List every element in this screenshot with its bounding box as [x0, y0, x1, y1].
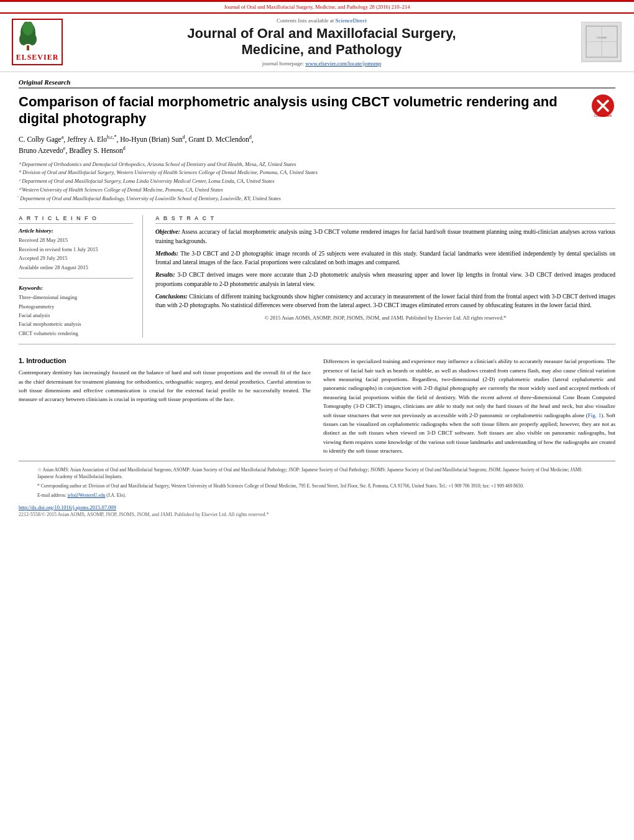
author1-sup: a: [62, 134, 64, 140]
methods-text: The 3-D CBCT and 2-D photographic image …: [155, 251, 615, 265]
keyword-5: CBCT volumetric rendering: [19, 329, 133, 338]
divider-2: [19, 344, 615, 344]
doi-link[interactable]: http://dx.doi.org/10.1016/j.ajoms.2015.0…: [19, 504, 116, 510]
footnotes: ☆ Asian AOMS: Asian Association of Oral …: [19, 461, 615, 499]
body-col-right: Differences in specialized training and …: [323, 357, 615, 460]
keyword-3: Facial analysis: [19, 311, 133, 320]
received-date: Received 28 May 2015: [19, 236, 133, 244]
journal-header: ELSEVIER Contents lists available at Sci…: [0, 12, 634, 72]
journal-header-center: Contents lists available at ScienceDirec…: [62, 17, 581, 67]
elsevier-wordmark: ELSEVIER: [16, 53, 59, 62]
received-revised-date: Received in revised form 1 July 2015: [19, 245, 133, 254]
intro-para2: Differences in specialized training and …: [323, 357, 615, 455]
elsevier-tree-icon: [16, 22, 40, 52]
journal-volume-info: Journal of Oral and Maxillofacial Surger…: [224, 4, 410, 10]
author2-sup: b,c,*: [107, 134, 117, 140]
intro-title: Introduction: [26, 357, 66, 364]
affil-b: ᵇ Division of Oral and Maxillofacial Sur…: [19, 168, 615, 177]
homepage-link[interactable]: www.elsevier.com/locate/jomsmp: [305, 60, 381, 67]
article-info-label: A R T I C L E I N F O: [19, 215, 133, 224]
objective-text: Assess accuracy of facial morphometric a…: [155, 229, 615, 244]
authors-line: C. Colby Gagea, Jeffrey A. Elob,c,*, Ho-…: [19, 134, 615, 157]
divider-1: [19, 208, 615, 209]
abstract-methods: Methods: The 3-D CBCT and 2-D photograph…: [155, 249, 615, 267]
journal-title-line1: Journal of Oral and Maxillofacial Surger…: [187, 25, 456, 41]
objective-label: Objective:: [155, 229, 180, 235]
email-link[interactable]: jelo@WesternU.edu: [68, 492, 106, 498]
journal-title: Journal of Oral and Maxillofacial Surger…: [62, 25, 581, 58]
conclusions-label: Conclusions:: [155, 293, 188, 300]
article-type: Original Research: [19, 78, 615, 88]
abstract-label: A B S T R A C T: [155, 215, 615, 224]
history-label: Article history:: [19, 228, 133, 234]
conclusions-text: Clinicians of different training backgro…: [155, 293, 615, 308]
email-label: E-mail address:: [37, 492, 67, 498]
author1: C. Colby Gage: [19, 136, 62, 143]
svg-rect-0: [27, 45, 29, 50]
email-suffix: (J.A. Elo).: [106, 492, 126, 498]
sciencedirect-link[interactable]: ScienceDirect: [336, 17, 367, 24]
affil-c: ᶜ Department of Oral and Maxillofacial S…: [19, 177, 615, 185]
article-title-row: Comparison of facial morphometric analys…: [19, 93, 615, 134]
abstract-copyright: © 2015 Asian AOMS, ASOMP, JSOP, JSOMS, J…: [155, 315, 615, 321]
body-col-left: 1. Introduction Contemporary dentistry h…: [19, 357, 311, 460]
fig1-ref[interactable]: Fig. 1: [588, 412, 601, 418]
abstract-column: A B S T R A C T Objective: Assess accura…: [155, 215, 615, 338]
author3-sup: d: [183, 134, 185, 140]
author4: Grant D. McClendon: [188, 136, 249, 143]
sciencedirect-line: Contents lists available at ScienceDirec…: [62, 17, 581, 24]
svg-text:CrossMark: CrossMark: [594, 114, 612, 118]
abstract-objective: Objective: Assess accuracy of facial mor…: [155, 228, 615, 246]
footnote-1: ☆ Asian AOMS: Asian Association of Oral …: [37, 466, 597, 481]
keyword-2: Photogrammetry: [19, 302, 133, 311]
journal-thumbnail: JAOMS: [581, 22, 622, 62]
affiliations: ᵃ Department of Orthodontics and Dentofa…: [19, 160, 615, 203]
author5-sup: e: [63, 145, 66, 151]
article-info-abstract: A R T I C L E I N F O Article history: R…: [19, 215, 615, 338]
affil-a: ᵃ Department of Orthodontics and Dentofa…: [19, 160, 615, 168]
methods-label: Methods:: [155, 251, 178, 257]
intro-para1: Contemporary dentistry has increasingly …: [19, 368, 311, 404]
author4-sup: d: [249, 134, 252, 140]
abstract-results: Results: 3-D CBCT derived images were mo…: [155, 270, 615, 288]
page: Journal of Oral and Maxillofacial Surger…: [0, 0, 634, 840]
accepted-date: Accepted 29 July 2015: [19, 254, 133, 262]
article-dates: Received 28 May 2015 Received in revised…: [19, 236, 133, 272]
keyword-4: Facial morphometric analysis: [19, 320, 133, 328]
crossmark-badge: CrossMark: [590, 93, 615, 118]
article-info-column: A R T I C L E I N F O Article history: R…: [19, 215, 143, 338]
footnote-2: * Corresponding author at: Division of O…: [37, 482, 597, 489]
homepage-label: journal homepage:: [262, 60, 304, 67]
author3: Ho-Hyun (Brian) Sun: [120, 136, 182, 143]
article-title: Comparison of facial morphometric analys…: [19, 93, 584, 127]
elsevier-logo: ELSEVIER: [12, 19, 62, 65]
journal-title-line2: Medicine, and Pathology: [242, 42, 402, 57]
abstract-conclusions: Conclusions: Clinicians of different tra…: [155, 292, 615, 310]
elsevier-logo-box: ELSEVIER: [12, 19, 63, 65]
journal-homepage: journal homepage: www.elsevier.com/locat…: [62, 60, 581, 67]
keywords-label: Keywords:: [19, 285, 133, 291]
bottom-copyright: 2212-5558/© 2015 Asian AOMS, ASOMP, JSOP…: [0, 510, 634, 522]
intro-number: 1.: [19, 357, 26, 364]
footnote-email: E-mail address: jelo@WesternU.edu (J.A. …: [37, 492, 597, 499]
journal-cover-icon: JAOMS: [583, 23, 620, 60]
crossmark-icon: CrossMark: [590, 93, 615, 118]
author2: Jeffrey A. Elo: [67, 136, 107, 143]
keyword-1: Three-dimensional imaging: [19, 293, 133, 302]
affil-e: ͤ Department of Oral and Maxillofacial R…: [19, 195, 615, 203]
main-content: Original Research Comparison of facial m…: [0, 72, 634, 357]
divider-keywords: [19, 278, 133, 279]
results-text: 3-D CBCT derived images were more accura…: [155, 272, 615, 287]
journal-info-stripe: Journal of Oral and Maxillofacial Surger…: [0, 2, 634, 12]
author6-sup: d: [123, 145, 126, 151]
sciencedirect-prefix: Contents lists available at: [277, 17, 334, 24]
doi-line: http://dx.doi.org/10.1016/j.ajoms.2015.0…: [0, 502, 634, 510]
results-label: Results:: [155, 272, 175, 278]
available-date: Available online 28 August 2015: [19, 263, 133, 272]
body-columns: 1. Introduction Contemporary dentistry h…: [0, 357, 634, 460]
affil-d: ᵈ Western University of Health Sciences …: [19, 186, 615, 194]
keywords-list: Three-dimensional imaging Photogrammetry…: [19, 293, 133, 338]
author5: Bruno Azevedo: [19, 147, 63, 154]
author6: Bradley S. Henson: [69, 147, 123, 154]
intro-heading: 1. Introduction: [19, 357, 311, 364]
